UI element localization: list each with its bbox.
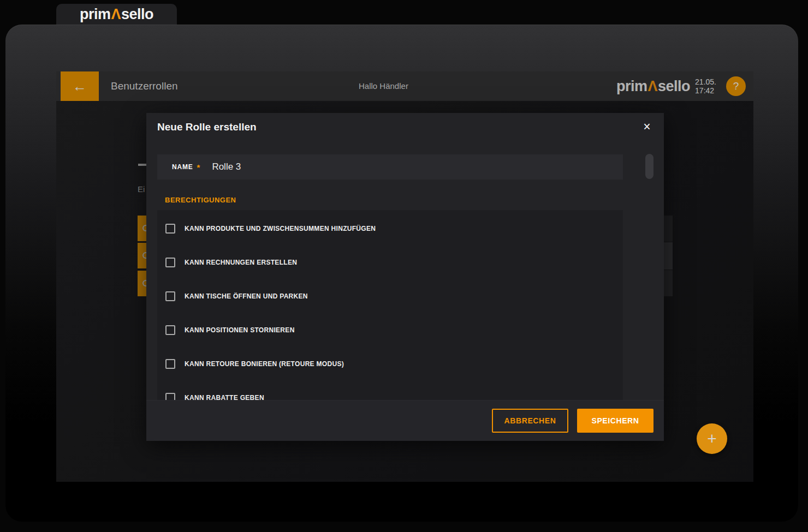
save-button[interactable]: SPEICHERN [577, 409, 653, 433]
permission-label: KANN RABATTE GEBEN [185, 394, 264, 400]
checkbox-unchecked-icon[interactable] [165, 224, 175, 234]
dialog-title: Neue Rolle erstellen [157, 121, 257, 133]
permission-label: KANN RECHNUNGEN ERSTELLEN [185, 259, 297, 266]
create-role-dialog: Neue Rolle erstellen × NAME * Rolle 3 BE… [146, 113, 664, 441]
permissions-heading: BERECHTIGUNGEN [165, 196, 236, 204]
name-field-value[interactable]: Rolle 3 [212, 162, 241, 172]
cancel-button[interactable]: ABBRECHEN [492, 409, 568, 433]
dialog-scrollbar-thumb[interactable] [645, 154, 653, 179]
name-field-label: NAME [172, 163, 193, 171]
close-icon: × [643, 119, 650, 134]
checkbox-unchecked-icon[interactable] [165, 291, 175, 301]
page: primΛsello ← Benutzerrollen Hallo Händle… [0, 0, 808, 532]
name-field[interactable]: NAME * Rolle 3 [157, 154, 623, 180]
permissions-list: KANN PRODUKTE UND ZWISCHENSUMMEN HINZUFÜ… [157, 210, 623, 400]
permission-label: KANN POSITIONEN STORNIEREN [185, 326, 295, 334]
required-asterisk: * [197, 163, 200, 172]
primasello-logo: primΛsello [80, 7, 153, 22]
permission-row[interactable]: KANN RECHNUNGEN ERSTELLEN [157, 246, 623, 279]
checkbox-unchecked-icon[interactable] [165, 258, 175, 267]
dialog-footer: ABBRECHEN SPEICHERN [146, 400, 664, 441]
permission-label: KANN TISCHE ÖFFNEN UND PARKEN [185, 292, 308, 300]
permission-row[interactable]: KANN RABATTE GEBEN [157, 381, 623, 400]
permission-label: KANN RETOURE BONIEREN (RETOURE MODUS) [185, 360, 344, 368]
close-button[interactable]: × [639, 118, 655, 135]
permission-row[interactable]: KANN RETOURE BONIEREN (RETOURE MODUS) [157, 347, 623, 381]
add-role-button[interactable]: + [697, 423, 727, 454]
plus-icon: + [707, 429, 717, 448]
checkbox-unchecked-icon[interactable] [165, 393, 175, 400]
permission-row[interactable]: KANN TISCHE ÖFFNEN UND PARKEN [157, 279, 623, 313]
checkbox-unchecked-icon[interactable] [165, 359, 175, 369]
browser-tab[interactable]: primΛsello [56, 4, 177, 25]
logo-lambda-icon: Λ [110, 6, 121, 22]
permission-label: KANN PRODUKTE UND ZWISCHENSUMMEN HINZUFÜ… [185, 225, 376, 232]
checkbox-unchecked-icon[interactable] [165, 325, 175, 335]
permission-row[interactable]: KANN PRODUKTE UND ZWISCHENSUMMEN HINZUFÜ… [157, 212, 623, 246]
permission-row[interactable]: KANN POSITIONEN STORNIEREN [157, 313, 623, 347]
